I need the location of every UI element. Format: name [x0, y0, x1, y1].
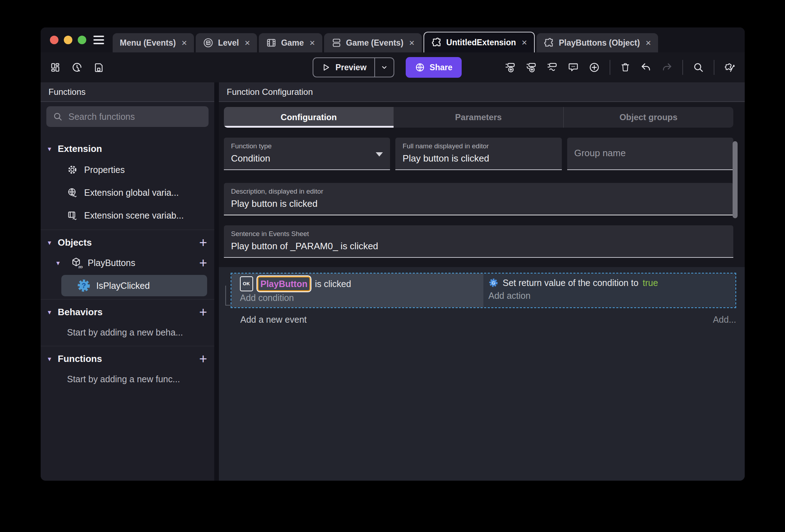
add-comment-icon[interactable] — [568, 62, 579, 73]
search-functions-box[interactable] — [46, 106, 209, 127]
minimize-window-button[interactable] — [64, 36, 72, 44]
chevron-down-icon — [380, 63, 389, 72]
divider — [682, 60, 683, 75]
add-subevent-icon[interactable] — [525, 62, 537, 73]
main-header: Function Configuration — [219, 82, 745, 102]
condition-row[interactable]: OK PlayButton is clicked — [240, 276, 480, 291]
add-circle-icon[interactable] — [589, 62, 600, 73]
scrollbar[interactable] — [733, 141, 738, 218]
conditions-column: OK PlayButton is clicked Add condition — [231, 273, 483, 307]
share-button[interactable]: Share — [406, 57, 462, 78]
action-row[interactable]: G Set return value of the condition to t… — [488, 276, 729, 289]
tab-menu-events[interactable]: Menu (Events) × — [113, 33, 194, 52]
add-object-icon[interactable]: + — [199, 236, 207, 249]
tab-label: UntitledExtension — [446, 38, 516, 47]
tab-parameters[interactable]: Parameters — [394, 107, 563, 128]
save-icon[interactable] — [93, 62, 104, 73]
sidebar-item-extension-global-variables[interactable]: Extension global varia... — [41, 181, 214, 204]
tab-level[interactable]: Level × — [196, 33, 257, 52]
tab-untitled-extension[interactable]: UntitledExtension × — [424, 32, 535, 52]
full-name-field[interactable]: Full name displayed in editor — [395, 138, 561, 170]
group-name-field[interactable] — [567, 138, 733, 170]
close-icon[interactable]: × — [522, 37, 527, 48]
gdevelop-window: Menu (Events) × Level × — [41, 27, 745, 481]
sidebar-item-properties[interactable]: Properties — [41, 158, 214, 181]
delete-icon[interactable] — [620, 62, 631, 73]
function-configuration-panel: Function Configuration Configuration Par… — [219, 82, 745, 481]
add-action-button[interactable]: Add action — [488, 291, 729, 301]
close-icon[interactable]: × — [646, 37, 651, 48]
object-2d-badge: 2D — [78, 265, 83, 269]
search-functions-input[interactable] — [68, 112, 202, 122]
add-new-event-button[interactable]: Add a new event — [240, 314, 307, 325]
projects-panel-icon[interactable] — [50, 62, 61, 73]
chevron-down-icon: ▾ — [48, 145, 58, 153]
behaviors-empty-text: Start by adding a new beha... — [41, 322, 214, 343]
scene-variables-icon — [67, 210, 78, 221]
sidebar-header: Functions — [41, 82, 214, 102]
globe-variables-icon — [67, 187, 78, 198]
condition-function-icon: ? — [77, 279, 91, 292]
functions-tree: ▾ Extension Properties — [41, 139, 214, 390]
chevron-down-icon: ▾ — [56, 259, 66, 267]
full-name-input[interactable] — [402, 153, 554, 164]
section-label: Extension — [58, 143, 102, 154]
tab-playbuttons-object[interactable]: PlayButtons (Object) × — [537, 33, 658, 52]
tab-configuration[interactable]: Configuration — [224, 107, 394, 128]
sidebar-item-playbuttons[interactable]: ▾ 2D PlayButtons + — [41, 252, 214, 273]
scene-icon — [203, 37, 214, 48]
close-icon[interactable]: × — [181, 37, 187, 48]
close-icon[interactable]: × — [245, 37, 250, 48]
add-function-icon[interactable]: + — [199, 352, 207, 365]
preview-run[interactable]: Preview — [313, 63, 374, 72]
sentence-input[interactable] — [231, 241, 726, 252]
tab-game[interactable]: Game × — [259, 33, 322, 52]
sidebar-section-functions[interactable]: ▾ Functions + — [41, 349, 214, 368]
undo-icon[interactable] — [640, 62, 652, 73]
extension-puzzle-icon — [431, 37, 442, 48]
close-icon[interactable]: × — [309, 37, 315, 48]
tab-game-events[interactable]: Game (Events) × — [324, 33, 422, 52]
desktop: Menu (Events) × Level × — [0, 0, 785, 532]
close-icon[interactable]: × — [409, 37, 415, 48]
event-block[interactable]: OK PlayButton is clicked Add condition — [231, 273, 736, 308]
tab-label: Parameters — [455, 112, 502, 122]
object-chip[interactable]: PlayButton — [257, 276, 311, 291]
add-other-event-icon[interactable] — [547, 62, 558, 73]
chevron-down-icon: ▾ — [48, 239, 58, 247]
sentence-field[interactable]: Sentence in Events Sheet — [224, 225, 733, 258]
redo-icon[interactable] — [661, 62, 673, 73]
sidebar-section-behaviors[interactable]: ▾ Behaviors + — [41, 302, 214, 322]
condition-text: is clicked — [315, 277, 351, 290]
tab-label: Game — [281, 38, 304, 48]
close-window-button[interactable] — [50, 36, 58, 44]
description-field[interactable]: Description, displayed in editor — [224, 183, 733, 215]
function-type-select[interactable]: Function type Condition — [224, 138, 390, 170]
configuration-tabs: Configuration Parameters Object groups — [224, 107, 733, 128]
tab-object-groups[interactable]: Object groups — [563, 107, 733, 128]
main-menu-icon[interactable] — [93, 36, 104, 44]
sidebar-item-isplayclicked[interactable]: ? IsPlayClicked — [61, 275, 207, 296]
gear-icon — [67, 164, 78, 175]
preview-dropdown-button[interactable] — [375, 63, 394, 72]
history-icon[interactable] — [71, 62, 83, 73]
preview-button[interactable]: Preview — [313, 57, 394, 77]
maximize-window-button[interactable] — [78, 36, 86, 44]
description-input[interactable] — [231, 198, 726, 209]
add-condition-button[interactable]: Add condition — [240, 293, 480, 303]
sidebar-section-extension[interactable]: ▾ Extension — [41, 139, 214, 158]
sidebar-section-objects[interactable]: ▾ Objects + — [41, 233, 214, 252]
add-object-function-icon[interactable]: + — [199, 256, 207, 270]
item-label: Properties — [84, 165, 125, 175]
group-name-input[interactable] — [574, 148, 726, 159]
sidebar-item-extension-scene-variables[interactable]: Extension scene variab... — [41, 204, 214, 227]
search-icon[interactable] — [693, 62, 704, 73]
chevron-down-icon: ▾ — [48, 355, 58, 363]
add-behavior-icon[interactable]: + — [199, 305, 207, 319]
edit-extension-icon[interactable] — [724, 62, 735, 73]
event-tree-connector — [225, 286, 231, 306]
object-2d-cube-icon: 2D — [71, 257, 83, 269]
add-event-icon[interactable] — [504, 62, 516, 73]
tab-label: Level — [218, 38, 239, 48]
add-more-button[interactable]: Add... — [713, 314, 736, 325]
